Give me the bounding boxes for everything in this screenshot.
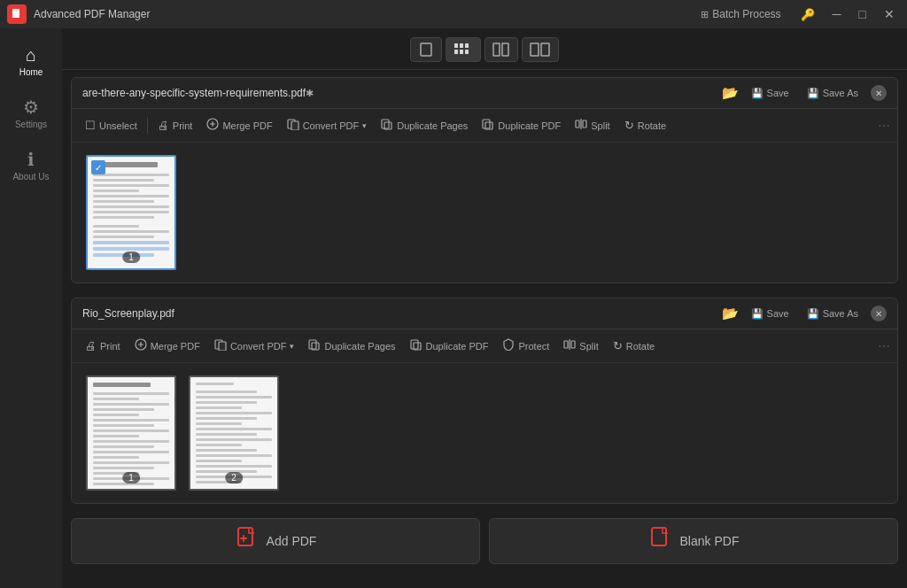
pdf1-save-as-button[interactable]: 💾 Save As — [802, 86, 864, 101]
pdf1-unselect-button[interactable]: ☐ Unselect — [79, 115, 143, 135]
svg-rect-4 — [460, 43, 463, 48]
convert-icon — [287, 118, 299, 133]
pdf1-save-button[interactable]: 💾 Save — [746, 86, 795, 101]
sidebar-item-about[interactable]: ℹ About Us — [0, 142, 62, 190]
save-icon: 💾 — [751, 308, 764, 320]
svg-rect-10 — [502, 43, 508, 56]
svg-rect-22 — [583, 120, 586, 128]
view-single2-button[interactable] — [522, 37, 559, 62]
svg-rect-3 — [454, 43, 458, 48]
save-icon: 💾 — [751, 88, 764, 99]
pdf1-merge-button[interactable]: Merge PDF — [200, 114, 278, 136]
pdf2-header: Rio_Screenplay.pdf 📂 💾 Save 💾 Save As ✕ — [72, 298, 897, 329]
main-content: are-there-any-specific-system-requiremen… — [62, 28, 907, 588]
pdf2-actions: 💾 Save 💾 Save As ✕ — [746, 306, 887, 321]
svg-rect-32 — [571, 341, 575, 348]
batch-process-button[interactable]: ⊞ Batch Process — [701, 8, 780, 20]
blank-pdf-icon — [648, 526, 673, 556]
add-pdf-icon — [235, 526, 260, 556]
print-icon: 🖨 — [85, 339, 97, 352]
print-icon: 🖨 — [158, 119, 169, 132]
pdf1-pages: ✓ — [72, 143, 897, 282]
pdf2-merge-button[interactable]: Merge PDF — [128, 335, 206, 357]
svg-rect-34 — [652, 528, 666, 545]
pdf1-convert-button[interactable]: Convert PDF ▾ — [281, 114, 374, 136]
merge-icon — [206, 118, 219, 133]
pdf1-page-1[interactable]: ✓ — [86, 155, 176, 270]
svg-rect-1 — [14, 11, 19, 18]
pdf2-page-1-thumbnail: 1 — [86, 375, 176, 491]
pdf1-close-button[interactable]: ✕ — [871, 85, 887, 101]
window-controls: 🔑 ─ □ ✕ — [795, 5, 900, 23]
svg-rect-8 — [465, 50, 469, 54]
rotate-icon: ↻ — [613, 339, 623, 352]
key-icon[interactable]: 🔑 — [795, 6, 820, 23]
sidebar-item-settings[interactable]: ⚙ Settings — [0, 89, 62, 138]
pdf2-print-button[interactable]: 🖨 Print — [79, 336, 127, 356]
duplicate-pdf-icon — [482, 118, 494, 133]
blank-pdf-button[interactable]: Blank PDF — [489, 518, 898, 564]
pdf1-toolbar: ☐ Unselect 🖨 Print Merge PDF Convert PDF… — [72, 109, 897, 143]
svg-rect-21 — [576, 120, 579, 128]
svg-rect-2 — [421, 43, 431, 56]
split-icon — [575, 118, 587, 133]
pdf2-page-2-badge: 2 — [225, 472, 243, 484]
minimize-button[interactable]: ─ — [827, 5, 847, 23]
pdf2-page-1[interactable]: 1 — [86, 375, 176, 491]
pdf2-duplicate-pdf-button[interactable]: Duplicate PDF — [404, 335, 495, 357]
pdf2-convert-button[interactable]: Convert PDF ▾ — [208, 335, 301, 357]
pdf1-title: are-there-any-specific-system-requiremen… — [82, 87, 715, 99]
page-1-badge: 1 — [122, 251, 140, 263]
title-bar: Advanced PDF Manager ⊞ Batch Process 🔑 ─… — [0, 0, 907, 28]
rotate-icon: ↻ — [624, 119, 634, 132]
unselect-icon: ☐ — [85, 119, 96, 132]
svg-rect-15 — [291, 121, 298, 130]
sidebar-item-label: About Us — [12, 172, 49, 182]
divider — [147, 118, 148, 134]
pdf1-print-button[interactable]: 🖨 Print — [151, 115, 199, 135]
pdf2-more-button[interactable]: ⋯ — [878, 339, 890, 353]
pdf1-folder-icon[interactable]: 📂 — [722, 85, 739, 101]
view-grid4-button[interactable] — [446, 37, 481, 62]
pdf2-folder-icon[interactable]: 📂 — [722, 306, 739, 321]
split-icon — [563, 338, 576, 353]
svg-rect-16 — [382, 120, 389, 128]
pdf-section-1: are-there-any-specific-system-requiremen… — [71, 77, 898, 283]
duplicate-pdf-icon — [410, 338, 422, 353]
pdf2-save-button[interactable]: 💾 Save — [746, 306, 795, 321]
view-toolbar — [62, 28, 907, 70]
sidebar-item-home[interactable]: ⌂ Home — [0, 37, 62, 86]
pdf2-save-as-button[interactable]: 💾 Save As — [802, 306, 864, 321]
close-button[interactable]: ✕ — [879, 5, 900, 23]
svg-rect-12 — [541, 43, 549, 56]
pdf1-rotate-button[interactable]: ↻ Rotate — [618, 115, 672, 135]
sidebar-item-label: Home — [19, 67, 43, 77]
pdf2-rotate-button[interactable]: ↻ Rotate — [607, 336, 661, 356]
pdf1-more-button[interactable]: ⋯ — [878, 119, 890, 133]
add-pdf-button[interactable]: Add PDF — [71, 518, 480, 564]
svg-rect-25 — [219, 342, 226, 351]
save-as-icon: 💾 — [807, 308, 819, 320]
pdf2-page-2[interactable]: 2 — [189, 375, 279, 491]
sidebar: ⌂ Home ⚙ Settings ℹ About Us — [0, 28, 62, 588]
bottom-bar: Add PDF Blank PDF — [62, 511, 907, 571]
view-single-button[interactable] — [410, 37, 442, 62]
convert-dropdown-icon: ▾ — [362, 121, 367, 130]
pdf2-split-button[interactable]: Split — [557, 335, 604, 357]
pdf2-close-button[interactable]: ✕ — [871, 306, 887, 321]
pdf2-toolbar: 🖨 Print Merge PDF Convert PDF ▾ — [72, 329, 897, 363]
duplicate-pages-icon — [381, 118, 393, 133]
pdf2-protect-button[interactable]: Protect — [496, 335, 555, 357]
pdf1-header: are-there-any-specific-system-requiremen… — [72, 78, 897, 109]
pdf1-duplicate-pages-button[interactable]: Duplicate Pages — [375, 114, 474, 136]
pdf1-duplicate-pdf-button[interactable]: Duplicate PDF — [476, 114, 567, 136]
merge-icon — [135, 338, 147, 353]
pdf2-duplicate-pages-button[interactable]: Duplicate Pages — [302, 335, 401, 357]
pdf1-page-1-thumbnail: ✓ — [86, 155, 176, 270]
maximize-button[interactable]: □ — [854, 5, 872, 23]
pdf1-split-button[interactable]: Split — [569, 114, 616, 136]
view-grid2-button[interactable] — [485, 37, 518, 62]
pdf2-page-1-badge: 1 — [122, 472, 140, 484]
svg-rect-26 — [309, 340, 316, 349]
save-as-icon: 💾 — [807, 88, 819, 99]
